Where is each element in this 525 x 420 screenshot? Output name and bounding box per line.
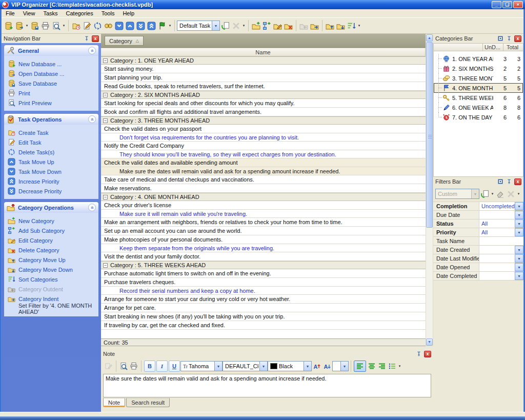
nav-item-save-database[interactable]: Save Database bbox=[8, 78, 97, 88]
nav-section-header[interactable]: General» bbox=[4, 45, 98, 56]
nav-item-task-move-down[interactable]: Task Move Down bbox=[8, 167, 97, 176]
task-note-row[interactable]: They should know you'll be traveling, so… bbox=[101, 150, 426, 158]
nav-item-new-category[interactable]: New Category bbox=[8, 216, 97, 226]
chevron-down-icon[interactable]: ▼ bbox=[515, 228, 523, 236]
task-row[interactable]: Make reservations. bbox=[101, 184, 426, 193]
chevron-down-icon[interactable]: ▼ bbox=[515, 202, 523, 210]
scroll-up-icon[interactable]: ▲ bbox=[426, 34, 433, 42]
chevron-down-icon[interactable]: ▾ bbox=[357, 24, 361, 28]
chevron-down-icon[interactable]: ▼ bbox=[515, 219, 523, 228]
note-print-preview-button[interactable] bbox=[118, 361, 129, 372]
category-tree-item[interactable]: 6. ONE WEEK AHEAD88 bbox=[434, 103, 523, 112]
nav-item-edit-category[interactable]: Edit Category bbox=[8, 235, 97, 245]
restore-button[interactable]: ❏ bbox=[502, 1, 512, 8]
chevron-down-icon[interactable]: ▼ bbox=[515, 263, 523, 271]
category-group-row[interactable]: −Category : 4. ONE MONTH AHEAD bbox=[101, 193, 426, 201]
category-group-row[interactable]: −Category : 1. ONE YEAR AHEAD bbox=[101, 56, 426, 65]
note-print-button[interactable] bbox=[129, 361, 139, 372]
filter-value[interactable]: All bbox=[479, 228, 515, 236]
close-button[interactable]: × bbox=[513, 1, 523, 8]
filter-value[interactable] bbox=[479, 263, 515, 271]
nav-item-category-outdent[interactable]: Category Outdent bbox=[8, 284, 97, 294]
font-name-combo[interactable]: TrTahoma▼ bbox=[180, 361, 223, 371]
save-database-button[interactable] bbox=[29, 19, 40, 32]
task-row[interactable]: Make photocopies of your personal docume… bbox=[101, 235, 426, 244]
pin-icon[interactable] bbox=[83, 35, 90, 42]
create-task-button[interactable] bbox=[71, 19, 82, 32]
print-preview-button[interactable] bbox=[51, 19, 62, 32]
filter-value[interactable] bbox=[479, 246, 515, 254]
undone-column[interactable]: UnD... bbox=[483, 44, 503, 51]
decrease-priority-button[interactable] bbox=[135, 19, 146, 32]
align-left-button[interactable] bbox=[354, 361, 366, 372]
nav-item-sort-categories[interactable]: Sort Categories bbox=[8, 274, 97, 284]
category-group-row[interactable]: −Category : 5. THREE WEEKS AHEAD bbox=[101, 261, 426, 269]
category-move-up-button[interactable] bbox=[325, 19, 335, 32]
task-row[interactable]: If traveling by car, get the car checked… bbox=[101, 321, 426, 330]
category-outdent-button[interactable] bbox=[298, 19, 309, 32]
chevron-down-icon[interactable]: ▼ bbox=[259, 362, 267, 371]
chevron-down-icon[interactable]: ▼ bbox=[340, 362, 348, 371]
float-panel-icon[interactable] bbox=[497, 178, 504, 185]
underline-button[interactable]: U bbox=[169, 361, 180, 372]
filter-value[interactable]: Uncompleted bbox=[479, 202, 515, 210]
category-column[interactable] bbox=[434, 44, 483, 51]
filter-value[interactable] bbox=[479, 254, 515, 263]
align-center-button[interactable] bbox=[367, 361, 377, 372]
category-tree-item[interactable]: 1. ONE YEAR AHEAD33 bbox=[434, 54, 523, 64]
menu-file[interactable]: File bbox=[2, 9, 19, 17]
task-note-row[interactable]: Record their serial numbers and keep a c… bbox=[101, 287, 426, 295]
apply-task-view-button[interactable] bbox=[220, 19, 231, 32]
name-column-header[interactable]: Name bbox=[101, 48, 426, 56]
nav-item-print[interactable]: Print bbox=[8, 88, 97, 98]
task-row[interactable]: Start looking for special deals and othe… bbox=[101, 99, 426, 108]
task-move-down-button[interactable] bbox=[114, 19, 125, 32]
nav-item-edit-task[interactable]: Edit Task bbox=[8, 137, 97, 147]
nav-item-delete-task-s[interactable]: Delete Task(s) bbox=[8, 147, 97, 157]
menu-help[interactable]: Help bbox=[118, 9, 138, 17]
filter-value[interactable]: All bbox=[479, 219, 515, 228]
align-right-button[interactable] bbox=[377, 361, 387, 372]
grow-font-button[interactable]: A bbox=[312, 361, 322, 372]
pin-icon[interactable] bbox=[506, 35, 513, 42]
tab-note[interactable]: Note bbox=[103, 398, 125, 407]
print-button[interactable] bbox=[40, 19, 51, 32]
delete-filter-button[interactable] bbox=[506, 188, 516, 200]
category-tree-item[interactable]: 3. THREE MONTHS AHEAD55 bbox=[434, 73, 523, 83]
chevron-down-icon[interactable]: ▼ bbox=[304, 362, 311, 371]
font-size-combo[interactable]: ▼ bbox=[332, 361, 349, 371]
task-row[interactable]: Book and confirm all flights and additio… bbox=[101, 108, 426, 116]
task-note-row[interactable]: Keep them separate from the originals wh… bbox=[101, 244, 426, 252]
category-group-row[interactable]: −Category : 2. SIX MONTHS AHEAD bbox=[101, 91, 426, 99]
chevron-down-icon[interactable]: ▾ bbox=[490, 192, 495, 196]
sort-categories-button[interactable] bbox=[346, 19, 357, 32]
collapse-chevron-icon[interactable]: » bbox=[88, 115, 96, 123]
task-row[interactable]: Make an arrangement with neighbors, frie… bbox=[101, 218, 426, 227]
nav-item-decrease-priority[interactable]: Decrease Priority bbox=[8, 186, 97, 196]
filter-value[interactable] bbox=[479, 272, 515, 280]
category-move-down-button[interactable] bbox=[335, 19, 346, 32]
toolbar-overflow-icon[interactable]: ▾ bbox=[397, 364, 402, 368]
close-icon[interactable]: x bbox=[514, 178, 521, 185]
pin-icon[interactable] bbox=[506, 178, 513, 185]
bullet-list-button[interactable] bbox=[387, 361, 397, 372]
task-row[interactable]: Set up an email account you can use arou… bbox=[101, 227, 426, 235]
bold-button[interactable]: B bbox=[144, 361, 155, 372]
filter-value[interactable] bbox=[479, 237, 523, 245]
close-icon[interactable]: x bbox=[92, 35, 99, 42]
category-tree-item[interactable]: 4. ONE MONTH AHEAD55 bbox=[434, 83, 523, 93]
chevron-down-icon[interactable]: ▾ bbox=[241, 24, 246, 28]
category-indent-button[interactable] bbox=[309, 19, 320, 32]
pin-icon[interactable] bbox=[415, 351, 422, 357]
chevron-down-icon[interactable]: ▼ bbox=[471, 189, 479, 198]
chevron-down-icon[interactable]: ▾ bbox=[168, 24, 172, 28]
menu-tasks[interactable]: Tasks bbox=[39, 9, 62, 17]
menu-tools[interactable]: Tools bbox=[97, 9, 119, 17]
chevron-down-icon[interactable]: ▾ bbox=[62, 24, 66, 28]
vertical-scrollbar[interactable]: ▲ ▼ bbox=[426, 34, 433, 346]
nav-item-increase-priority[interactable]: Increase Priority bbox=[8, 176, 97, 186]
filter-value[interactable] bbox=[479, 211, 515, 219]
menu-view[interactable]: View bbox=[19, 9, 39, 17]
chevron-down-icon[interactable]: ▾ bbox=[25, 24, 29, 28]
nav-item-category-move-up[interactable]: Category Move Up bbox=[8, 255, 97, 265]
